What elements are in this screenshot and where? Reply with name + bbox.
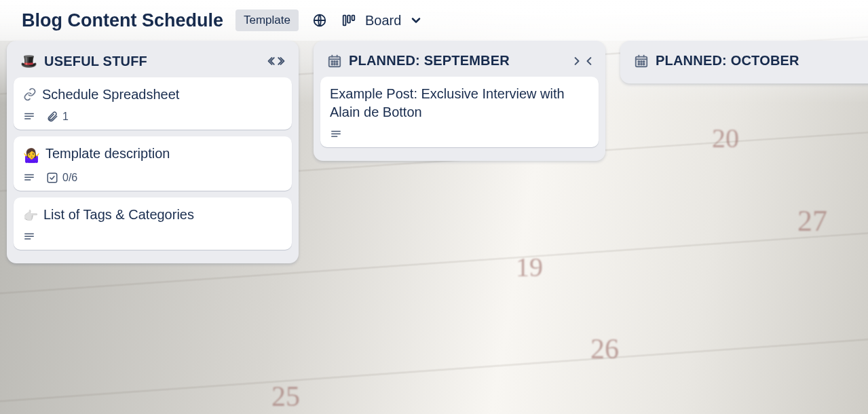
collapse-list-button[interactable] [574, 54, 592, 68]
checklist-icon [46, 172, 58, 184]
description-badge [330, 128, 342, 140]
list-header[interactable]: PLANNED: SEPTEMBER [320, 48, 599, 77]
board-title[interactable]: Blog Content Schedule [22, 10, 223, 31]
svg-point-23 [334, 63, 335, 64]
svg-rect-11 [48, 173, 57, 183]
card[interactable]: 🤷‍♀️ Template description 0/6 [14, 136, 292, 191]
svg-rect-13 [24, 236, 34, 238]
checklist-count: 0/6 [62, 172, 77, 184]
list-header[interactable]: PLANNED: OCTOBER [627, 48, 868, 77]
svg-rect-7 [24, 118, 31, 119]
attachment-count: 1 [62, 111, 69, 123]
collapse-list-button[interactable] [267, 54, 285, 68]
point-right-icon: 👉 [23, 208, 38, 224]
list-planned-october: PLANNED: OCTOBER [620, 41, 868, 83]
svg-point-33 [641, 61, 642, 62]
svg-point-19 [331, 61, 333, 62]
card[interactable]: Example Post: Exclusive Interview with A… [320, 77, 599, 147]
svg-point-34 [643, 61, 645, 62]
description-icon [23, 231, 35, 243]
shrug-icon: 🤷‍♀️ [23, 147, 40, 165]
board-header: Blog Content Schedule Template Board [0, 0, 868, 41]
top-hat-icon: 🎩 [20, 53, 37, 69]
list-title: PLANNED: SEPTEMBER [349, 53, 510, 69]
svg-rect-3 [352, 16, 355, 20]
chevron-down-icon [409, 14, 423, 27]
view-switcher[interactable]: Board [341, 13, 423, 29]
svg-rect-5 [24, 113, 34, 115]
svg-point-37 [643, 63, 645, 64]
svg-rect-25 [331, 131, 341, 132]
visibility-button[interactable] [311, 13, 328, 28]
description-icon [330, 128, 342, 140]
svg-point-22 [331, 63, 333, 64]
template-badge[interactable]: Template [235, 10, 299, 31]
svg-rect-6 [24, 116, 34, 117]
checklist-badge: 0/6 [46, 172, 77, 184]
list-planned-september: PLANNED: SEPTEMBER Example Post: Exclusi… [314, 41, 605, 161]
svg-rect-1 [343, 16, 346, 26]
collapse-icon [574, 54, 592, 68]
card-title: Schedule Spreadsheet [42, 86, 179, 104]
card[interactable]: Schedule Spreadsheet 1 [14, 77, 292, 130]
view-label: Board [365, 13, 401, 29]
svg-point-20 [334, 61, 335, 62]
attachment-badge: 1 [46, 111, 69, 123]
calendar-icon [327, 54, 342, 69]
description-icon [23, 172, 35, 184]
card-title: Template description [45, 145, 170, 163]
attachment-icon [46, 111, 58, 123]
card-title: List of Tags & Categories [43, 206, 194, 224]
card[interactable]: 👉 List of Tags & Categories [14, 197, 292, 250]
svg-rect-10 [24, 179, 31, 181]
svg-rect-8 [24, 174, 34, 176]
list-title: USEFUL STUFF [44, 54, 147, 69]
description-badge [23, 111, 35, 123]
globe-icon [312, 13, 327, 28]
svg-rect-9 [24, 177, 34, 178]
svg-rect-12 [24, 233, 34, 235]
svg-point-36 [641, 63, 642, 64]
svg-rect-27 [331, 136, 337, 137]
list-useful-stuff: 🎩 USEFUL STUFF [7, 41, 299, 263]
collapse-icon [267, 54, 285, 68]
link-icon [23, 88, 37, 101]
svg-point-35 [638, 63, 639, 64]
board-view-icon [341, 13, 357, 28]
board: 🎩 USEFUL STUFF [0, 41, 868, 263]
calendar-icon [634, 54, 649, 69]
svg-point-24 [337, 63, 338, 64]
svg-rect-14 [24, 239, 31, 240]
list-title: PLANNED: OCTOBER [656, 53, 799, 69]
description-icon [23, 111, 35, 123]
svg-rect-26 [331, 134, 341, 135]
list-header[interactable]: 🎩 USEFUL STUFF [14, 48, 292, 77]
description-badge [23, 231, 35, 243]
svg-rect-2 [347, 16, 350, 23]
description-badge [23, 172, 35, 184]
svg-point-32 [638, 61, 639, 62]
svg-point-21 [337, 61, 338, 62]
card-title: Example Post: Exclusive Interview with A… [330, 85, 589, 121]
